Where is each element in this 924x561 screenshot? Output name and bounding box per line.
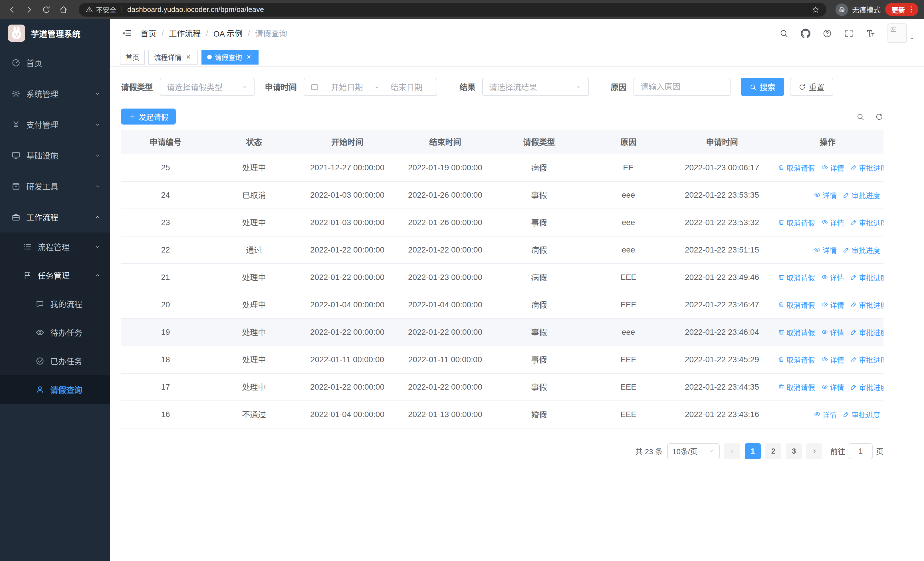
result-select[interactable]: 请选择流结果 [482, 78, 589, 96]
site-security-chip[interactable]: 不安全 [86, 5, 116, 14]
tab-close-icon[interactable]: × [245, 53, 253, 61]
page-goto-input[interactable] [849, 443, 873, 459]
toggle-search-button[interactable] [856, 112, 865, 121]
leave-query-page: 请假类型 请选择请假类型 申请时间 开始日期 - 结束日期 结果 请选择流结果 [110, 67, 924, 459]
search-button[interactable]: 搜索 [741, 78, 784, 96]
action-progress-link[interactable]: 审批进度 [850, 217, 884, 228]
apply-time-range-picker[interactable]: 开始日期 - 结束日期 [304, 78, 437, 96]
action-detail-link[interactable]: 详情 [821, 162, 844, 173]
reason-label: 原因 [610, 81, 627, 93]
breadcrumb-item[interactable]: 首页 [140, 27, 156, 39]
search-button-header[interactable] [779, 28, 789, 38]
sidebar-item-process-management[interactable]: 流程管理 [0, 233, 110, 261]
browser-menu-icon[interactable] [907, 5, 915, 14]
prev-page-button[interactable] [724, 443, 740, 459]
page-3-button[interactable]: 3 [786, 443, 802, 459]
action-progress-link[interactable]: 审批进度 [850, 326, 884, 337]
edit-icon [843, 411, 850, 418]
action-detail-link[interactable]: 详情 [821, 299, 844, 310]
action-cancel-link[interactable]: 取消请假 [778, 354, 815, 365]
action-detail-link[interactable]: 详情 [814, 244, 837, 255]
sidebar-fold-button[interactable] [122, 28, 132, 38]
action-progress-link[interactable]: 审批进度 [850, 299, 884, 310]
help-button[interactable] [822, 28, 832, 38]
cell-reason: EEE [584, 291, 672, 318]
forward-button[interactable] [23, 3, 35, 16]
create-leave-label: 发起请假 [139, 111, 168, 122]
fullscreen-button[interactable] [844, 28, 854, 38]
page-2-button[interactable]: 2 [765, 443, 782, 459]
page-size-select[interactable]: 10条/页 [667, 443, 720, 459]
breadcrumb-item[interactable]: 工作流程 [169, 27, 201, 39]
action-cancel-link[interactable]: 取消请假 [778, 162, 815, 173]
reload-button[interactable] [40, 3, 52, 16]
sidebar-item-leave-query[interactable]: 请假查询 [0, 375, 110, 404]
action-progress-link[interactable]: 审批进度 [843, 190, 880, 200]
sidebar-item-my-process[interactable]: 我的流程 [0, 290, 110, 318]
incognito-badge: 无痕模式 [836, 3, 880, 16]
cell-reason: EEE [584, 373, 672, 400]
reason-input[interactable] [640, 82, 724, 92]
sidebar-item-system-management[interactable]: 系统管理 [0, 78, 110, 109]
leave-type-select[interactable]: 请选择请假类型 [160, 78, 255, 96]
action-progress-link[interactable]: 审批进度 [850, 272, 884, 283]
sidebar-item-workflow[interactable]: 工作流程 [0, 202, 110, 233]
tab-close-icon[interactable]: × [184, 53, 192, 61]
action-cancel-link[interactable]: 取消请假 [778, 272, 815, 283]
action-progress-link[interactable]: 审批进度 [850, 381, 884, 392]
action-detail-link[interactable]: 详情 [821, 326, 844, 337]
delete-icon [778, 384, 785, 390]
update-label: 更新 [891, 5, 905, 14]
tab-label: 请假查询 [214, 52, 242, 62]
home-button[interactable] [57, 3, 70, 16]
tab-leave-query[interactable]: 请假查询× [201, 50, 258, 64]
action-cancel-link[interactable]: 取消请假 [778, 381, 815, 392]
cell-apply-no: 16 [121, 400, 210, 428]
action-cancel-link[interactable]: 取消请假 [778, 299, 815, 310]
cell-actions: 取消请假详情审批进度 [772, 209, 884, 236]
back-button[interactable] [6, 3, 18, 16]
sidebar-item-infrastructure[interactable]: 基础设施 [0, 140, 110, 171]
action-detail-link[interactable]: 详情 [814, 190, 837, 200]
action-progress-link[interactable]: 审批进度 [843, 409, 880, 420]
sidebar-item-task-management[interactable]: 任务管理 [0, 261, 110, 290]
action-detail-link[interactable]: 详情 [821, 354, 844, 365]
sidebar-item-dev-tools[interactable]: 研发工具 [0, 171, 110, 202]
font-size-button[interactable] [866, 28, 876, 38]
update-button[interactable]: 更新 [885, 3, 918, 16]
reset-button[interactable]: 重置 [790, 78, 833, 96]
sidebar-menu: 首页系统管理支付管理基础设施研发工具工作流程流程管理任务管理我的流程待办任务已办… [0, 47, 110, 561]
action-cancel-link[interactable]: 取消请假 [778, 326, 815, 337]
chat-icon [35, 299, 45, 308]
action-cancel-link[interactable]: 取消请假 [778, 217, 815, 228]
column-header: 状态 [210, 130, 298, 154]
action-detail-link[interactable]: 详情 [821, 272, 844, 283]
devtools-icon [11, 182, 21, 191]
refresh-table-button[interactable] [875, 112, 884, 121]
user-menu[interactable] [888, 23, 915, 43]
create-leave-button[interactable]: 发起请假 [121, 108, 176, 125]
bookmark-star-button[interactable] [812, 5, 819, 14]
tab-process-detail[interactable]: 流程详情× [148, 50, 198, 64]
page-1-button[interactable]: 1 [745, 443, 761, 459]
action-detail-link[interactable]: 详情 [814, 409, 837, 420]
sidebar-logo[interactable]: 芋道管理系统 [0, 19, 110, 47]
address-bar[interactable]: 不安全 dashboard.yudao.iocoder.cn/bpm/oa/le… [79, 3, 826, 16]
sidebar-item-label: 流程管理 [38, 241, 70, 253]
table-row: 19处理中2022-01-22 00:00:002022-01-22 00:00… [121, 318, 884, 346]
action-progress-link[interactable]: 审批进度 [850, 354, 884, 365]
github-button[interactable] [801, 28, 810, 38]
sidebar-item-done-tasks[interactable]: 已办任务 [0, 347, 110, 375]
breadcrumb-item[interactable]: OA 示例 [213, 27, 243, 39]
cell-actions: 详情审批进度 [772, 400, 884, 428]
warning-icon [86, 6, 93, 13]
sidebar-item-home[interactable]: 首页 [0, 47, 110, 78]
action-progress-link[interactable]: 审批进度 [850, 162, 884, 173]
action-detail-link[interactable]: 详情 [821, 217, 844, 228]
tab-home[interactable]: 首页 [120, 50, 145, 64]
next-page-button[interactable] [806, 443, 822, 459]
sidebar-item-todo-tasks[interactable]: 待办任务 [0, 318, 110, 347]
action-detail-link[interactable]: 详情 [821, 381, 844, 392]
sidebar-item-payment-management[interactable]: 支付管理 [0, 109, 110, 140]
action-progress-link[interactable]: 审批进度 [843, 244, 880, 255]
